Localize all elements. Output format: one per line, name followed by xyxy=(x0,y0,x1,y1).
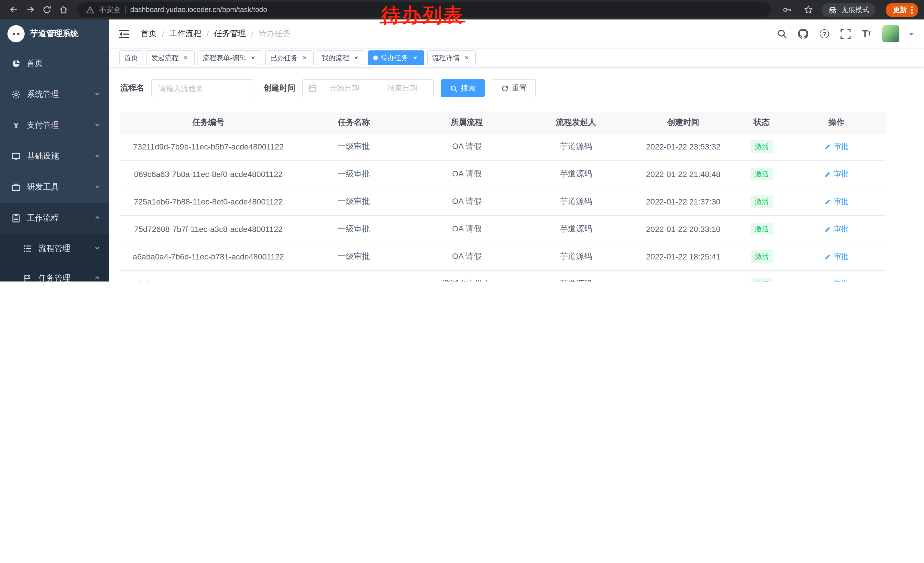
breadcrumb-item[interactable]: 工作流程 xyxy=(170,29,201,39)
main-area: 首页 工作流程 任务管理 待办任务 xyxy=(109,20,924,281)
approve-link[interactable]: 审批 xyxy=(824,224,848,234)
date-range-picker[interactable]: 开始日期 - 结束日期 xyxy=(302,79,434,98)
fullscreen-icon[interactable] xyxy=(840,28,851,39)
forward-icon[interactable] xyxy=(22,2,38,18)
close-icon[interactable] xyxy=(411,54,419,62)
breadcrumb-separator xyxy=(251,29,254,38)
refresh-icon xyxy=(501,84,508,92)
approve-link[interactable]: 审批 xyxy=(824,197,848,207)
sidebar-item-label: 工作流程 xyxy=(27,213,59,224)
password-key-icon[interactable] xyxy=(779,2,795,18)
back-icon[interactable] xyxy=(6,2,21,18)
annotation-overlay: 待办列表 xyxy=(381,5,464,26)
create-time-label: 创建时间 xyxy=(263,83,296,93)
gear-icon xyxy=(12,90,21,99)
breadcrumb-item[interactable]: 首页 xyxy=(141,29,157,39)
tab-home[interactable]: 首页 xyxy=(119,50,143,65)
update-button[interactable]: 更新 xyxy=(886,3,918,17)
tag-tab-bar: 首页 发起流程 流程表单-编辑 已办任务 我的流程 xyxy=(109,48,924,68)
calendar-icon xyxy=(309,84,316,92)
cell-task-name: 1.2 xyxy=(296,270,411,281)
briefcase-icon xyxy=(12,183,21,192)
avatar-caret-icon[interactable] xyxy=(909,33,914,38)
incognito-badge: 无痕模式 xyxy=(822,3,875,17)
edit-icon xyxy=(824,281,831,281)
process-name-input[interactable] xyxy=(151,79,254,98)
monitor-icon xyxy=(12,152,21,161)
app-title: 芋道管理系统 xyxy=(30,29,78,39)
range-separator: - xyxy=(372,84,375,93)
approve-link[interactable]: 审批 xyxy=(824,141,848,152)
status-badge: 激活 xyxy=(750,250,773,263)
sidebar-item-label: 系统管理 xyxy=(27,89,59,100)
status-badge: 激活 xyxy=(750,140,773,153)
approve-link[interactable]: 审批 xyxy=(824,251,848,262)
list-icon xyxy=(23,244,32,253)
search-icon[interactable] xyxy=(776,28,788,39)
sidebar: 芋道管理系统 首页 系统管理 ¥ 支付管理 xyxy=(0,20,109,281)
breadcrumb-separator xyxy=(207,29,209,38)
reset-button[interactable]: 重置 xyxy=(492,79,536,98)
approve-link[interactable]: 审批 xyxy=(824,169,848,179)
search-icon xyxy=(450,84,458,92)
tab-my-process[interactable]: 我的流程 xyxy=(316,50,365,65)
help-icon[interactable] xyxy=(819,28,830,39)
col-process: 所属流程 xyxy=(411,112,522,133)
cell-task-id: 8f0d1619-7ac8-11ec-a9e2-a2380e71991a xyxy=(120,270,296,281)
close-icon[interactable] xyxy=(463,54,471,62)
font-size-icon[interactable] xyxy=(861,28,873,39)
status-badge: 激活 xyxy=(750,168,773,180)
sidebar-fold-icon[interactable] xyxy=(119,30,129,38)
sidebar-item-infra[interactable]: 基础设施 xyxy=(0,141,109,172)
cell-initiator: 芋道源码 xyxy=(522,161,630,188)
logo-avatar-icon xyxy=(8,25,25,42)
close-icon[interactable] xyxy=(300,54,309,62)
cell-task-id: 75d72608-7b7f-11ec-a3c8-acde48001122 xyxy=(120,215,296,243)
sidebar-item-workflow[interactable]: 工作流程 xyxy=(0,203,109,234)
tab-start-process[interactable]: 发起流程 xyxy=(146,50,195,65)
close-icon[interactable] xyxy=(352,54,360,62)
avatar[interactable] xyxy=(882,25,899,42)
table-row: 069c6a63-7b8a-11ec-8ef0-acde48001122 一级审… xyxy=(120,161,886,188)
edit-icon xyxy=(824,198,831,205)
tab-todo-tasks[interactable]: 待办任务 xyxy=(368,50,424,65)
security-warning-icon[interactable] xyxy=(86,6,94,14)
sidebar-item-process-mgmt[interactable]: 流程管理 xyxy=(0,234,109,263)
close-icon[interactable] xyxy=(182,54,189,62)
tab-process-detail[interactable]: 流程详情 xyxy=(427,50,476,65)
bookmark-star-icon[interactable] xyxy=(800,2,816,18)
home-icon[interactable] xyxy=(56,2,71,18)
end-date-placeholder[interactable]: 结束日期 xyxy=(377,83,428,93)
app-logo[interactable]: 芋道管理系统 xyxy=(0,20,109,48)
reload-icon[interactable] xyxy=(39,2,54,18)
tab-label: 发起流程 xyxy=(151,53,178,63)
cell-task-name: 一级审批 xyxy=(296,133,411,161)
tab-label: 已办任务 xyxy=(270,53,298,63)
cell-task-name: 一级审批 xyxy=(296,243,411,270)
start-date-placeholder[interactable]: 开始日期 xyxy=(319,83,370,93)
cell-initiator: 芋道源码 xyxy=(522,133,630,161)
incognito-icon xyxy=(828,6,837,14)
table-row: 725a1eb6-7b88-11ec-8ef0-acde48001122 一级审… xyxy=(120,188,886,215)
table-row: 75d72608-7b7f-11ec-a3c8-acde48001122 一级审… xyxy=(120,215,886,243)
tab-done-tasks[interactable]: 已办任务 xyxy=(265,50,314,65)
sidebar-item-task-mgmt[interactable]: 任务管理 xyxy=(0,263,109,281)
cell-process: OA 请假 xyxy=(411,161,522,188)
menu-dots-icon[interactable] xyxy=(911,6,913,14)
incognito-label: 无痕模式 xyxy=(842,5,869,15)
col-initiator: 流程发起人 xyxy=(522,112,630,133)
breadcrumb-item[interactable]: 任务管理 xyxy=(214,29,246,39)
github-icon[interactable] xyxy=(798,28,809,39)
sidebar-item-system[interactable]: 系统管理 xyxy=(0,79,109,110)
sidebar-item-dev[interactable]: 研发工具 xyxy=(0,172,109,203)
search-button[interactable]: 搜索 xyxy=(441,79,485,98)
sidebar-item-home[interactable]: 首页 xyxy=(0,48,109,79)
task-table: 任务编号 任务名称 所属流程 流程发起人 创建时间 状态 操作 73211d9d… xyxy=(120,112,886,281)
sidebar-item-pay[interactable]: ¥ 支付管理 xyxy=(0,110,109,141)
cell-process: OA 请假 xyxy=(411,133,522,161)
edit-icon xyxy=(824,253,831,260)
col-task-name: 任务名称 xyxy=(296,112,411,133)
approve-link[interactable]: 审批 xyxy=(824,279,848,281)
tab-form-edit[interactable]: 流程表单-编辑 xyxy=(198,50,262,65)
close-icon[interactable] xyxy=(249,54,257,62)
